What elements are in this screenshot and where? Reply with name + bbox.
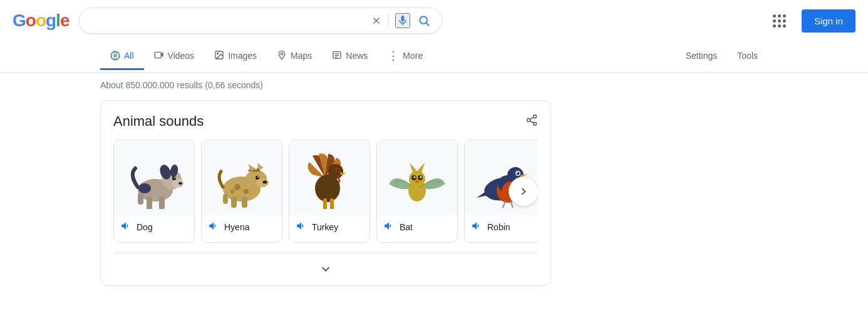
svg-rect-50 xyxy=(330,198,334,209)
tab-more[interactable]: ⋮ More xyxy=(378,41,433,72)
next-button-container xyxy=(509,176,538,206)
sound-icon-robin xyxy=(471,220,482,234)
sound-icon-dog xyxy=(120,220,132,234)
svg-point-36 xyxy=(230,190,234,193)
svg-point-28 xyxy=(178,182,182,185)
news-icon xyxy=(332,50,342,62)
sign-in-button[interactable]: Sign in xyxy=(802,9,855,33)
animal-turkey-image xyxy=(289,140,369,215)
animal-hyena-label: Hyena xyxy=(202,215,282,239)
svg-line-20 xyxy=(530,117,534,119)
tab-images-label: Images xyxy=(228,51,257,61)
animal-card-dog[interactable]: Dog xyxy=(113,140,195,243)
card-title: Animal sounds xyxy=(113,113,204,130)
card-header: Animal sounds xyxy=(113,113,538,130)
search-button[interactable] xyxy=(416,13,431,28)
share-button[interactable] xyxy=(525,114,538,130)
header-right: Sign in xyxy=(767,8,855,33)
search-bar: What sound does a dog make xyxy=(79,8,442,34)
svg-point-40 xyxy=(257,176,259,178)
sound-icon-bat xyxy=(383,220,395,234)
svg-rect-49 xyxy=(323,198,327,209)
svg-point-35 xyxy=(244,189,249,194)
animal-bat-label: Bat xyxy=(377,215,457,239)
svg-rect-29 xyxy=(147,196,152,209)
svg-point-46 xyxy=(328,164,343,179)
tab-images[interactable]: Images xyxy=(204,43,267,71)
tab-news[interactable]: News xyxy=(322,43,378,71)
tab-settings-label: Settings xyxy=(686,51,718,61)
svg-point-56 xyxy=(420,176,422,178)
tab-maps-label: Maps xyxy=(291,51,312,61)
svg-rect-42 xyxy=(231,196,237,208)
animal-turkey-label: Turkey xyxy=(289,215,369,239)
animal-turkey-name: Turkey xyxy=(312,222,338,232)
tab-news-label: News xyxy=(346,51,368,61)
tab-maps[interactable]: Maps xyxy=(267,43,322,71)
svg-rect-44 xyxy=(223,194,228,204)
header: Google What sound does a dog make xyxy=(0,0,868,41)
svg-point-41 xyxy=(263,181,267,184)
tab-all-label: All xyxy=(124,51,134,61)
svg-line-19 xyxy=(530,121,534,123)
animal-hyena-name: Hyena xyxy=(224,222,249,232)
apps-button[interactable] xyxy=(767,8,792,33)
animal-cards-container: Dog xyxy=(113,140,538,243)
svg-point-64 xyxy=(517,172,518,173)
tab-more-label: More xyxy=(403,51,423,61)
sound-icon-hyena xyxy=(208,220,219,234)
animal-robin-name: Robin xyxy=(487,222,510,232)
tab-settings[interactable]: Settings xyxy=(676,43,728,70)
animal-robin-label: Robin xyxy=(465,215,538,239)
svg-point-10 xyxy=(217,53,219,54)
apps-grid-icon xyxy=(773,14,786,28)
animal-dog-name: Dog xyxy=(137,222,153,232)
svg-point-52 xyxy=(409,171,425,187)
images-icon xyxy=(214,50,224,62)
svg-rect-43 xyxy=(242,196,247,208)
google-logo[interactable]: Google xyxy=(13,11,69,31)
nav-tabs: All Videos Images Maps News ⋮ More Setti… xyxy=(0,41,868,73)
results-info: About 850.000.000 results (0,66 seconds) xyxy=(0,73,868,95)
animal-bat-image xyxy=(377,140,457,215)
tab-tools[interactable]: Tools xyxy=(727,43,768,70)
tab-videos-label: Videos xyxy=(168,51,195,61)
svg-line-3 xyxy=(426,23,430,26)
animal-card-turkey[interactable]: Turkey xyxy=(289,140,370,243)
more-icon: ⋮ xyxy=(388,49,399,63)
next-button[interactable] xyxy=(509,176,538,206)
search-input[interactable]: What sound does a dog make xyxy=(90,15,364,26)
animal-bat-name: Bat xyxy=(400,222,413,232)
tab-all[interactable]: All xyxy=(100,43,144,70)
maps-icon xyxy=(277,50,287,62)
clear-button[interactable] xyxy=(371,15,382,26)
svg-rect-31 xyxy=(138,193,143,205)
animal-hyena-image xyxy=(202,140,282,215)
animal-card-bat[interactable]: Bat xyxy=(376,140,458,243)
svg-point-34 xyxy=(234,184,240,190)
svg-point-55 xyxy=(414,176,416,178)
expand-button[interactable] xyxy=(319,262,333,279)
videos-icon xyxy=(154,50,164,62)
nav-settings: Settings Tools xyxy=(676,43,768,70)
card-footer xyxy=(113,253,538,285)
svg-point-16 xyxy=(534,115,537,118)
all-icon xyxy=(110,51,120,61)
svg-point-2 xyxy=(420,16,428,24)
results-count: About 850.000.000 results (0,66 seconds) xyxy=(100,80,263,90)
animal-dog-image xyxy=(114,140,194,215)
animal-dog-label: Dog xyxy=(114,215,194,239)
tab-videos[interactable]: Videos xyxy=(144,43,205,71)
svg-point-11 xyxy=(281,53,282,54)
animal-card-hyena[interactable]: Hyena xyxy=(201,140,282,243)
tab-tools-label: Tools xyxy=(737,51,758,61)
svg-rect-30 xyxy=(159,196,165,209)
sound-icon-turkey xyxy=(296,220,307,234)
animal-sounds-card: Animal sounds xyxy=(100,100,551,286)
svg-point-18 xyxy=(534,122,537,125)
svg-point-26 xyxy=(172,176,176,180)
svg-point-39 xyxy=(256,176,259,180)
mic-button[interactable] xyxy=(395,13,410,28)
animal-list: Dog xyxy=(113,140,538,243)
svg-rect-7 xyxy=(155,52,161,58)
